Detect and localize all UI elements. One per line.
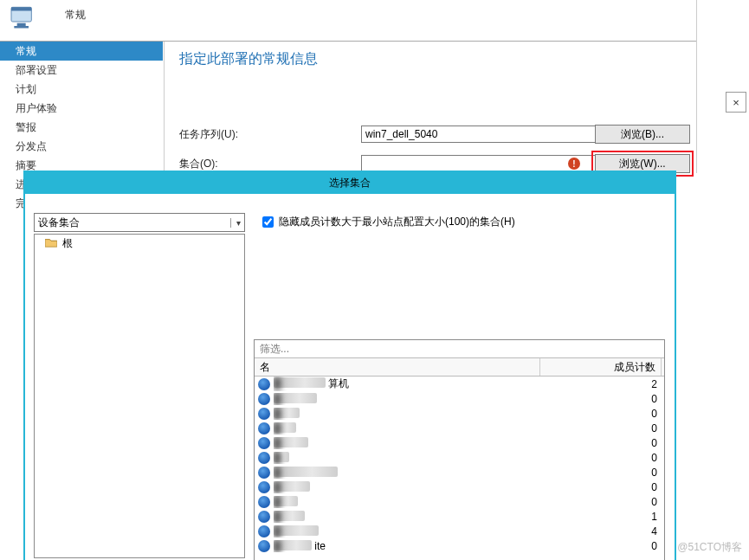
item-name: █ bbox=[274, 467, 540, 479]
list-item[interactable]: █0 bbox=[255, 421, 664, 435]
item-count: 0 bbox=[540, 422, 664, 434]
error-icon: ! bbox=[568, 158, 580, 170]
nav-item-user-exp[interactable]: 用户体验 bbox=[0, 99, 163, 118]
item-count: 0 bbox=[540, 393, 664, 405]
collection-icon bbox=[258, 452, 270, 464]
tree-root-label: 根 bbox=[62, 236, 73, 251]
item-name: █ bbox=[274, 525, 540, 537]
collection-icon bbox=[258, 408, 270, 420]
item-count: 0 bbox=[540, 408, 664, 420]
collection-icon bbox=[258, 481, 270, 493]
col-name-header[interactable]: 名 bbox=[255, 358, 540, 376]
item-count: 0 bbox=[540, 467, 664, 479]
collection-icon bbox=[258, 467, 270, 479]
right-border bbox=[696, 0, 697, 173]
item-count: 0 bbox=[540, 437, 664, 449]
item-name: █ bbox=[274, 452, 540, 464]
list-item[interactable]: █0 bbox=[255, 465, 664, 480]
list-item[interactable]: █0 bbox=[255, 494, 664, 509]
list-item[interactable]: █0 bbox=[255, 450, 664, 465]
filter-input[interactable]: 筛选... bbox=[255, 340, 664, 358]
collection-icon bbox=[258, 525, 270, 537]
item-count: 4 bbox=[540, 525, 664, 537]
list-item[interactable]: █0 bbox=[255, 391, 664, 406]
wizard-tab-label: 常规 bbox=[65, 8, 86, 23]
item-count: 1 bbox=[540, 511, 664, 523]
nav-item-dist-pts[interactable]: 分发点 bbox=[0, 137, 163, 156]
list-header: 名 成员计数 bbox=[255, 358, 664, 377]
combo-value: 设备集合 bbox=[38, 216, 80, 230]
folder-icon bbox=[45, 237, 57, 250]
list-item[interactable]: █0 bbox=[255, 406, 664, 421]
hide-large-collections-row: 隐藏成员计数大于最小站点配置大小(100)的集合(H) bbox=[262, 215, 515, 229]
collection-icon bbox=[258, 511, 270, 523]
item-count: 0 bbox=[540, 481, 664, 493]
watermark: @51CTO博客 bbox=[677, 540, 742, 555]
nav-divider bbox=[164, 42, 165, 171]
dialog-title: 选择集合 bbox=[25, 172, 675, 194]
collection-icon bbox=[258, 393, 270, 405]
wizard-icon bbox=[7, 0, 42, 35]
item-name: █ bbox=[274, 408, 540, 420]
collection-icon bbox=[258, 540, 270, 552]
nav-item-schedule[interactable]: 计划 bbox=[0, 80, 163, 99]
task-sequence-row: 任务序列(U): bbox=[179, 125, 655, 144]
collection-icon bbox=[258, 437, 270, 449]
tree-root-item[interactable]: 根 bbox=[35, 235, 244, 252]
item-count: 2 bbox=[540, 378, 664, 390]
list-item[interactable]: █ ite0 bbox=[255, 538, 664, 553]
item-name: █ bbox=[274, 496, 540, 508]
page-title: 指定此部署的常规信息 bbox=[179, 50, 318, 68]
nav-item-general[interactable]: 常规 bbox=[0, 42, 163, 61]
collection-icon bbox=[258, 496, 270, 508]
collection-type-combo[interactable]: 设备集合 ▾ bbox=[34, 213, 245, 232]
item-name: █ bbox=[274, 393, 540, 405]
collection-label: 集合(O): bbox=[179, 157, 361, 171]
item-name: █ bbox=[274, 422, 540, 434]
list-item[interactable]: █ 算机2 bbox=[255, 377, 664, 391]
hide-large-collections-label: 隐藏成员计数大于最小站点配置大小(100)的集合(H) bbox=[279, 215, 515, 229]
item-name: █ 算机 bbox=[274, 377, 540, 391]
task-sequence-label: 任务序列(U): bbox=[179, 127, 361, 142]
collection-tree[interactable]: 根 bbox=[34, 234, 245, 558]
svg-rect-1 bbox=[11, 7, 31, 10]
col-count-header[interactable]: 成员计数 bbox=[540, 358, 662, 376]
browse-task-sequence-button[interactable]: 浏览(B)... bbox=[595, 125, 690, 144]
svg-rect-3 bbox=[14, 26, 29, 29]
item-name: █ bbox=[274, 511, 540, 523]
item-count: 0 bbox=[540, 540, 664, 552]
list-item[interactable]: █0 bbox=[255, 480, 664, 494]
collection-list: 筛选... 名 成员计数 █ 算机2█0█0█0█0█0█0█0█0█1█4█ … bbox=[254, 339, 665, 560]
list-item[interactable]: █1 bbox=[255, 509, 664, 524]
chevron-down-icon: ▾ bbox=[230, 218, 241, 228]
list-item[interactable]: █4 bbox=[255, 524, 664, 538]
nav-item-alerts[interactable]: 警报 bbox=[0, 118, 163, 137]
item-count: 0 bbox=[540, 496, 664, 508]
nav-item-deploy-settings[interactable]: 部署设置 bbox=[0, 61, 163, 80]
list-item[interactable]: █0 bbox=[255, 435, 664, 450]
close-button[interactable]: × bbox=[726, 92, 746, 113]
collection-icon bbox=[258, 422, 270, 434]
select-collection-dialog: 选择集合 设备集合 ▾ 根 隐藏成员计数大于最小站点配置大小(100)的集合(H… bbox=[23, 171, 676, 560]
item-count: 0 bbox=[540, 452, 664, 464]
item-name: █ bbox=[274, 481, 540, 493]
hide-large-collections-checkbox[interactable] bbox=[262, 216, 274, 228]
collection-icon bbox=[258, 378, 270, 390]
item-name: █ bbox=[274, 437, 540, 449]
svg-rect-2 bbox=[17, 23, 26, 26]
item-name: █ ite bbox=[274, 540, 540, 552]
